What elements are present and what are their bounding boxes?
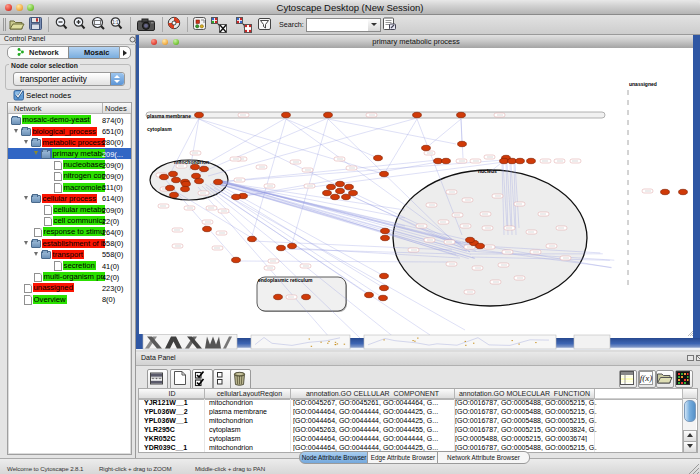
svg-text:plasma membrane: plasma membrane <box>147 113 191 119</box>
svg-text:unassigned: unassigned <box>629 81 657 87</box>
svg-text:endoplasmic reticulum: endoplasmic reticulum <box>258 277 313 283</box>
svg-text:f(x): f(x) <box>640 373 653 383</box>
svg-text:1:1: 1:1 <box>112 20 119 25</box>
svg-text:cytoplasm: cytoplasm <box>147 126 172 132</box>
